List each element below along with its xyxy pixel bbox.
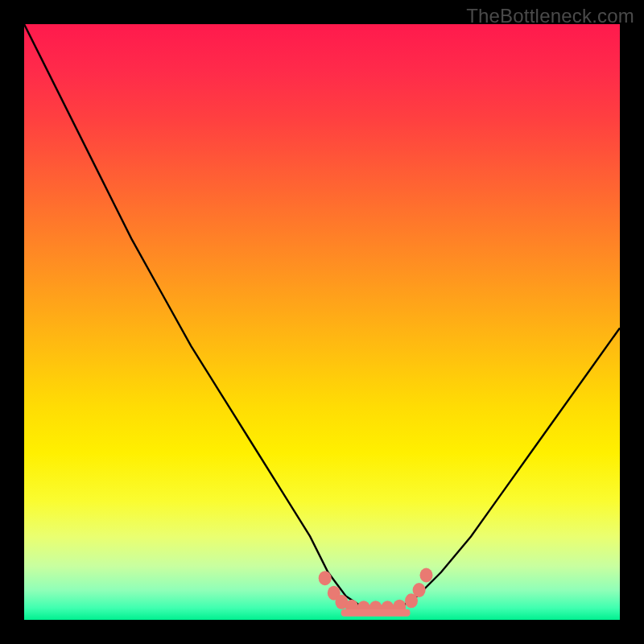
highlight-dot — [413, 583, 426, 597]
highlight-dot — [420, 568, 433, 583]
plot-area — [24, 24, 620, 620]
bottleneck-curve — [24, 24, 620, 608]
chart-frame: TheBottleneck.com — [0, 0, 644, 644]
highlight-dot — [319, 571, 332, 585]
highlight-strip — [341, 609, 411, 617]
watermark-text: TheBottleneck.com — [466, 5, 634, 27]
highlight-dots — [319, 568, 433, 616]
curve-layer — [24, 24, 620, 620]
